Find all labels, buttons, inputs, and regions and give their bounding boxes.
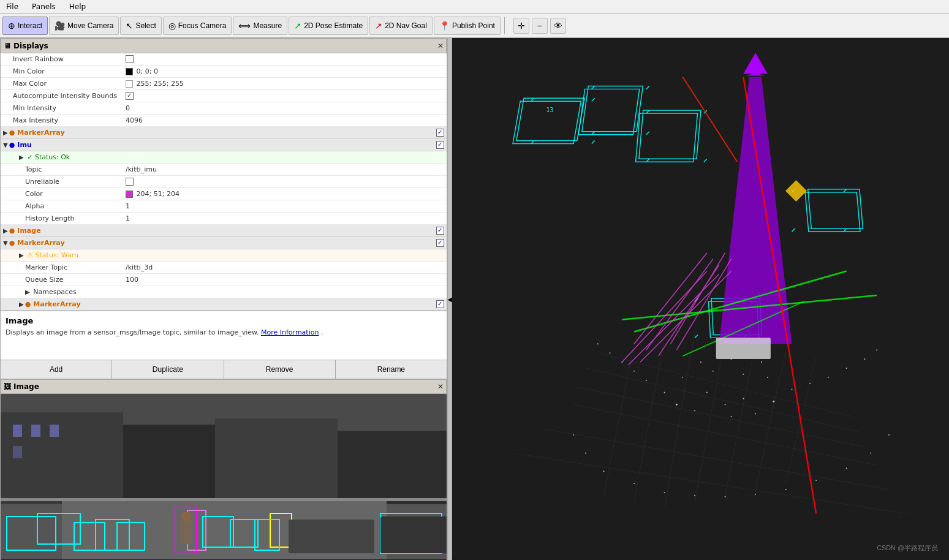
svg-point-27 (181, 512, 191, 521)
svg-point-74 (888, 434, 890, 436)
imu-color-value[interactable]: 204; 51; 204 (123, 190, 447, 198)
info-text: Displays an image from a sensor_msgs/Ima… (6, 328, 442, 337)
svg-point-55 (828, 377, 829, 378)
image-expand[interactable]: ▶ (3, 227, 8, 234)
svg-point-75 (682, 377, 683, 378)
marker-array-1-label: MarkerArray (17, 129, 64, 137)
marker-array-2-header[interactable]: ▼ ● MarkerArray (1, 237, 447, 249)
ma2-status-expand[interactable]: ▶ (19, 252, 24, 259)
publish-point-label: Publish Point (452, 21, 495, 30)
svg-point-68 (725, 496, 726, 498)
marker-array-1-expand[interactable]: ▶ (3, 129, 8, 136)
svg-point-69 (755, 494, 756, 495)
marker-array-1-header[interactable]: ▶ ● MarkerArray (1, 127, 447, 139)
prop-max-intensity: Max Intensity 4096 (1, 115, 447, 127)
imu-header[interactable]: ▼ ● Imu (1, 139, 447, 151)
min-color-swatch[interactable] (126, 68, 133, 75)
menu-file[interactable]: File (2, 1, 22, 12)
imu-status-expand[interactable]: ▶ (19, 154, 24, 161)
svg-point-42 (725, 404, 726, 405)
imu-color-swatch[interactable] (126, 191, 133, 198)
imu-status-icon: ✓ (27, 153, 32, 161)
imu-checkbox[interactable] (436, 141, 444, 149)
prop-invert-rainbow-name: Invert Rainbow (1, 55, 123, 63)
autocompute-checkbox[interactable] (126, 92, 134, 100)
ma2-status-row: ▶ ⚠ Status: Warn (1, 249, 447, 262)
ma2-inner-header[interactable]: ▶ ● MarkerArray (1, 298, 447, 311)
prop-min-color-value[interactable]: 0; 0; 0 (123, 67, 447, 75)
svg-point-65 (633, 483, 635, 484)
marker-array-1-checkbox[interactable] (436, 129, 444, 137)
displays-panel-header: 🖥 Displays ✕ (1, 39, 447, 53)
image-checkbox[interactable] (436, 227, 444, 235)
camera-image (1, 394, 447, 559)
3d-scene: 13 CSDN @半路程序员 (452, 38, 949, 560)
svg-point-62 (573, 434, 574, 436)
image-panel: 🖼 Image ✕ (0, 379, 447, 560)
menu-panels[interactable]: Panels (28, 1, 59, 12)
image-panel-close[interactable]: ✕ (437, 382, 444, 391)
menu-help[interactable]: Help (66, 1, 89, 12)
3d-view[interactable]: 13 CSDN @半路程序员 (452, 38, 949, 560)
svg-point-59 (864, 358, 865, 360)
eye-button[interactable]: 👁 (550, 18, 566, 34)
displays-close-button[interactable]: ✕ (437, 42, 444, 50)
max-color-swatch[interactable] (126, 80, 133, 88)
publish-point-button[interactable]: 📍 Publish Point (434, 17, 501, 35)
svg-point-51 (646, 380, 647, 381)
nav-goal-button[interactable]: ↗ 2D Nav Goal (369, 17, 433, 35)
ma2-inner-expand[interactable]: ▶ (19, 301, 24, 308)
ma2-topic-name: Marker Topic (1, 263, 123, 271)
ma2-namespaces-expand[interactable]: ▶ (25, 289, 30, 295)
pose-estimate-button[interactable]: ↗ 2D Pose Estimate (289, 17, 368, 35)
imu-unreliable-checkbox[interactable] (126, 178, 134, 186)
rename-button[interactable]: Rename (336, 360, 447, 379)
measure-button[interactable]: ⟺ Measure (233, 17, 287, 35)
toolbar-separator (504, 17, 505, 34)
prop-max-color-value[interactable]: 255; 255; 255 (123, 80, 447, 88)
displays-title: Displays (13, 42, 48, 50)
move-camera-button[interactable]: 🎥 Move Camera (49, 17, 119, 35)
svg-point-73 (870, 453, 871, 454)
svg-rect-26 (180, 520, 192, 544)
image-header[interactable]: ▶ ● Image (1, 225, 447, 237)
toolbar: ⊕ Interact 🎥 Move Camera ↖ Select ◎ Focu… (0, 13, 949, 38)
measure-icon: ⟺ (238, 21, 251, 31)
svg-rect-130 (716, 338, 771, 359)
prop-autocompute-name: Autocompute Intensity Bounds (1, 92, 123, 100)
imu-unreliable-value[interactable] (123, 178, 447, 186)
remove-button[interactable]: Remove (224, 360, 336, 379)
marker-array-2-checkbox[interactable] (436, 239, 444, 247)
imu-color-row: Color 204; 51; 204 (1, 188, 447, 200)
displays-content[interactable]: Invert Rainbow Min Color 0; 0; 0 Max Col… (1, 53, 447, 311)
displays-header-left: 🖥 Displays (4, 42, 48, 50)
prop-invert-rainbow-value[interactable] (123, 55, 447, 64)
invert-rainbow-checkbox[interactable] (126, 55, 134, 63)
ma2-inner-checkbox[interactable] (436, 300, 444, 308)
svg-rect-24 (289, 520, 374, 553)
minus-button[interactable]: − (532, 18, 548, 34)
imu-expand[interactable]: ▼ (3, 142, 8, 148)
prop-autocompute-value[interactable] (123, 92, 447, 100)
select-button[interactable]: ↖ Select (120, 17, 161, 35)
move-camera-icon: 🎥 (55, 21, 65, 31)
panel-collapse-handle[interactable]: ◀ (447, 38, 452, 560)
svg-point-43 (706, 392, 708, 393)
svg-point-81 (761, 361, 762, 363)
info-suffix: . (321, 328, 323, 336)
watermark-text: CSDN @半路程序员 (877, 544, 938, 551)
info-title: Image (6, 316, 442, 325)
more-information-link[interactable]: More Information (261, 328, 319, 336)
focus-camera-label: Focus Camera (178, 21, 227, 30)
nav-goal-icon: ↗ (375, 21, 382, 31)
interact-button[interactable]: ⊕ Interact (2, 17, 48, 35)
add-button[interactable]: Add (1, 360, 112, 379)
ma2-queue-value: 100 (123, 276, 447, 284)
focus-camera-button[interactable]: ◎ Focus Camera (163, 17, 232, 35)
svg-point-47 (755, 413, 756, 414)
svg-rect-7 (1, 498, 447, 501)
marker-array-2-expand[interactable]: ▼ (3, 240, 8, 246)
duplicate-button[interactable]: Duplicate (112, 360, 224, 379)
main-layout: 🖥 Displays ✕ Invert Rainbow Min Color (0, 38, 949, 560)
crosshair-button[interactable]: ✛ (513, 18, 529, 34)
